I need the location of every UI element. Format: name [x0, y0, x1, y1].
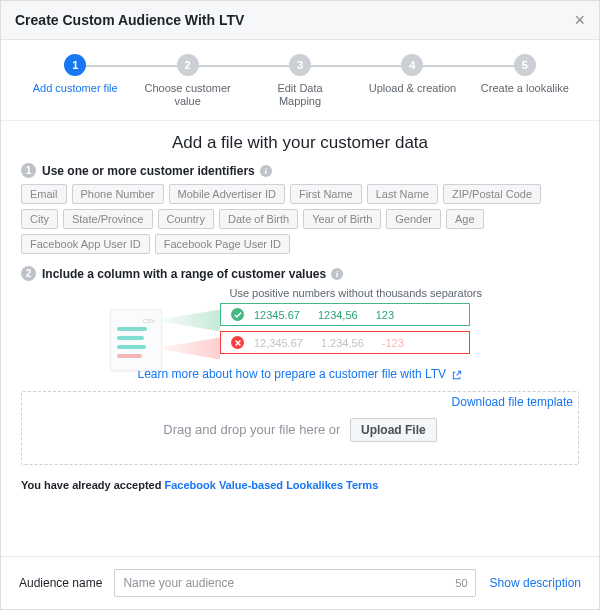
- step-5[interactable]: 5Create a lookalike: [469, 54, 581, 95]
- chip-facebook-app-user-id: Facebook App User ID: [21, 234, 150, 254]
- chip-year-of-birth: Year of Birth: [303, 209, 381, 229]
- section-2-badge: 2: [21, 266, 36, 281]
- identifier-chips: EmailPhone NumberMobile Advertiser IDFir…: [21, 184, 579, 254]
- step-circle: 4: [401, 54, 423, 76]
- upload-area: Download file template Drag and drop you…: [21, 391, 579, 465]
- step-circle: 2: [177, 54, 199, 76]
- good-connector: [162, 309, 220, 331]
- section-1-badge: 1: [21, 163, 36, 178]
- step-label: Add customer file: [33, 82, 118, 95]
- chip-age: Age: [446, 209, 484, 229]
- learn-more-text: Learn more about how to prepare a custom…: [138, 367, 447, 381]
- chip-country: Country: [158, 209, 215, 229]
- bad-example: 12,345.671.234,56-123: [220, 331, 470, 354]
- info-icon[interactable]: i: [260, 165, 272, 177]
- modal-header: Create Custom Audience With LTV ×: [1, 1, 599, 40]
- footer: Audience name 50 Show description: [1, 556, 599, 609]
- step-label: Choose customer value: [143, 82, 233, 108]
- step-3[interactable]: 3Edit Data Mapping: [244, 54, 356, 108]
- step-circle: 1: [64, 54, 86, 76]
- good-value: 12345.67: [254, 309, 300, 321]
- terms-text: You have already accepted Facebook Value…: [21, 479, 579, 491]
- audience-name-label: Audience name: [19, 576, 102, 590]
- page-title: Add a file with your customer data: [21, 133, 579, 153]
- external-link-icon: [452, 370, 462, 380]
- bad-connector: [162, 337, 220, 359]
- document-icon: CSV: [110, 309, 162, 371]
- stepper: 1Add customer file2Choose customer value…: [1, 40, 599, 121]
- step-circle: 3: [289, 54, 311, 76]
- section-1-header: 1 Use one or more customer identifiers i: [21, 163, 579, 178]
- chip-last-name: Last Name: [367, 184, 438, 204]
- bad-value: -123: [382, 337, 404, 349]
- step-label: Create a lookalike: [481, 82, 569, 95]
- section-2-header: 2 Include a column with a range of custo…: [21, 266, 579, 281]
- bad-value: 1.234,56: [321, 337, 364, 349]
- step-1[interactable]: 1Add customer file: [19, 54, 131, 95]
- chip-date-of-birth: Date of Birth: [219, 209, 298, 229]
- upload-file-button[interactable]: Upload File: [350, 418, 437, 442]
- chip-city: City: [21, 209, 58, 229]
- good-value: 1234,56: [318, 309, 358, 321]
- show-description-link[interactable]: Show description: [490, 576, 581, 590]
- terms-prefix: You have already accepted: [21, 479, 164, 491]
- bad-value: 12,345.67: [254, 337, 303, 349]
- example-hint: Use positive numbers without thousands s…: [110, 287, 490, 299]
- check-icon: [231, 308, 244, 321]
- chip-email: Email: [21, 184, 67, 204]
- chip-first-name: First Name: [290, 184, 362, 204]
- example-area: Use positive numbers without thousands s…: [21, 287, 579, 359]
- modal: Create Custom Audience With LTV × 1Add c…: [0, 0, 600, 610]
- char-count: 50: [455, 577, 467, 589]
- section-2-title: Include a column with a range of custome…: [42, 267, 326, 281]
- terms-link[interactable]: Facebook Value-based Lookalikes Terms: [164, 479, 378, 491]
- good-example: 12345.671234,56123: [220, 303, 470, 326]
- chip-mobile-advertiser-id: Mobile Advertiser ID: [169, 184, 285, 204]
- step-label: Edit Data Mapping: [255, 82, 345, 108]
- chip-gender: Gender: [386, 209, 441, 229]
- download-template-link[interactable]: Download file template: [452, 395, 573, 409]
- modal-title: Create Custom Audience With LTV: [15, 12, 244, 28]
- step-circle: 5: [514, 54, 536, 76]
- step-4[interactable]: 4Upload & creation: [356, 54, 468, 95]
- step-label: Upload & creation: [369, 82, 456, 95]
- good-value: 123: [376, 309, 394, 321]
- section-1-title: Use one or more customer identifiers: [42, 164, 255, 178]
- chip-state-province: State/Province: [63, 209, 153, 229]
- chip-phone-number: Phone Number: [72, 184, 164, 204]
- info-icon[interactable]: i: [331, 268, 343, 280]
- learn-more-link[interactable]: Learn more about how to prepare a custom…: [21, 367, 579, 381]
- chip-zip-postal-code: ZIP/Postal Code: [443, 184, 541, 204]
- step-2[interactable]: 2Choose customer value: [131, 54, 243, 108]
- chip-facebook-page-user-id: Facebook Page User ID: [155, 234, 290, 254]
- audience-input-wrap: 50: [114, 569, 475, 597]
- drop-text: Drag and drop your file here or: [163, 422, 340, 437]
- content: Add a file with your customer data 1 Use…: [1, 121, 599, 556]
- cross-icon: [231, 336, 244, 349]
- audience-name-input[interactable]: [114, 569, 475, 597]
- close-icon[interactable]: ×: [574, 11, 585, 29]
